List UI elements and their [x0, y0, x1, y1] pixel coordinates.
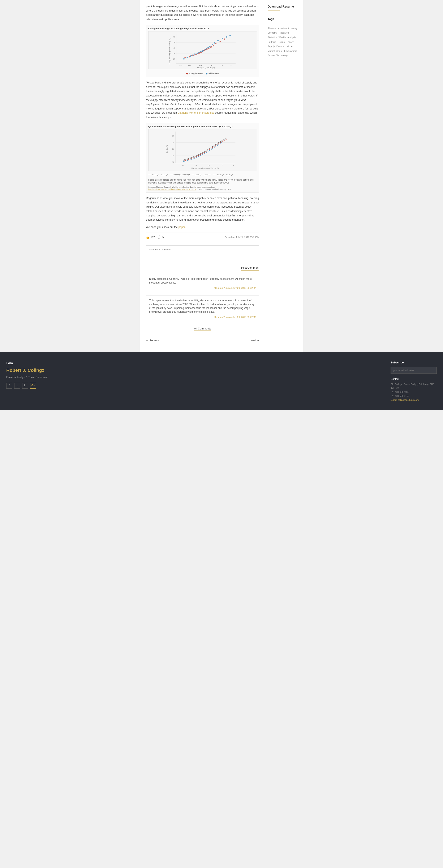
tag-item[interactable]: Employment — [284, 49, 297, 53]
svg-point-38 — [219, 41, 221, 42]
comment-icon: 💬 — [158, 235, 161, 240]
tag-item[interactable]: Advice — [268, 54, 274, 58]
svg-text:-10: -10 — [199, 65, 202, 67]
svg-text:3.0: 3.0 — [172, 135, 174, 137]
chart2-caption: Figure 6: The quit rate and the hiring r… — [146, 178, 259, 186]
chart1-legend: Young Workers All Workers — [146, 71, 259, 77]
legend-label-young: Young Workers — [189, 72, 203, 75]
svg-text:50: 50 — [174, 42, 175, 43]
twitter-icon[interactable]: t — [14, 383, 20, 389]
linkedin-icon[interactable]: in — [22, 383, 28, 389]
svg-point-54 — [212, 44, 213, 45]
tag-row: EconomyResearch — [268, 31, 299, 35]
comments-count: 56 — [163, 235, 165, 239]
tag-item[interactable]: Return — [278, 40, 285, 44]
chart2-legend: 1992-Q2 - 2000-Q4 2000-Q1 - 2006-Q4 2009… — [146, 173, 259, 178]
svg-point-51 — [206, 48, 207, 49]
comment-input-area: Post Comment — [146, 245, 259, 271]
svg-text:2.0: 2.0 — [172, 149, 174, 150]
arrow-left-icon: ← — [146, 339, 148, 342]
svg-text:40: 40 — [174, 47, 175, 49]
legend-dot-young — [186, 73, 188, 74]
download-resume-section: Download Resume — [268, 4, 299, 10]
tag-item[interactable]: Wealth — [278, 36, 286, 39]
svg-point-42 — [190, 55, 191, 57]
tag-item[interactable]: Money — [291, 27, 297, 30]
tag-row: SupplyDemandModel — [268, 45, 299, 49]
footer: I am Robert J. Colingz Financial Analyst… — [0, 352, 443, 410]
contact-email[interactable]: robert_colingz@c-blog.com — [390, 399, 419, 401]
svg-text:2.5: 2.5 — [172, 142, 174, 144]
chart2-title: Quit Rate versus Nonemployment-Employmen… — [146, 123, 259, 129]
tag-item[interactable]: Demand — [276, 45, 285, 49]
tag-item[interactable]: Share — [276, 49, 283, 53]
tag-item[interactable]: Economy — [268, 31, 277, 35]
post-stats: 👍 112 💬 56 — [146, 235, 165, 240]
article-intro: predicts wages and earnings would increa… — [146, 4, 259, 22]
svg-point-36 — [213, 45, 214, 46]
tag-row: PortfolioReturnTheory — [268, 40, 299, 44]
comment-actions: Post Comment — [146, 265, 259, 271]
facebook-icon[interactable]: f — [6, 383, 12, 389]
svg-point-50 — [205, 49, 206, 50]
svg-text:30: 30 — [222, 65, 223, 67]
comment-text-1: Nicely discussed. Certainly I will look … — [149, 277, 256, 285]
footer-intro: I am — [6, 361, 382, 366]
tag-item[interactable]: Model — [287, 45, 293, 49]
footer-subtitle: Financial Analyst & Travel Enthusiast — [6, 375, 382, 379]
svg-point-35 — [211, 46, 212, 48]
tag-item[interactable]: Statistics — [268, 36, 277, 39]
tag-item[interactable]: Analysis — [287, 36, 296, 39]
svg-point-41 — [187, 57, 188, 58]
svg-text:20: 20 — [174, 58, 175, 60]
next-link[interactable]: Next → — [250, 339, 259, 342]
tag-item[interactable]: Supply — [268, 45, 275, 49]
tag-row: MarketShareEmployment — [268, 49, 299, 53]
svg-text:Quit Rate (%): Quit Rate (%) — [166, 145, 168, 153]
tag-row: AdviceTechnology — [268, 54, 299, 58]
svg-text:12: 12 — [208, 165, 210, 166]
comment-author-1: McLaren Yung on July 29, 2016 09:22PM — [149, 286, 256, 290]
tag-row: FinanceInvestmentMoney — [268, 27, 299, 30]
tag-item[interactable]: Theory — [286, 40, 293, 44]
google-plus-icon[interactable]: G+ — [30, 383, 36, 389]
likes-count: 112 — [151, 235, 155, 239]
paper-link[interactable]: paper. — [178, 226, 186, 228]
svg-point-59 — [230, 35, 231, 36]
all-comments-link[interactable]: All Comments — [194, 327, 211, 331]
tags-container: FinanceInvestmentMoneyEconomyResearchSta… — [268, 27, 299, 58]
chart2-source-link[interactable]: http://lehd.ces.census.gov/data/qwi/e492… — [148, 188, 196, 190]
svg-text:-30: -30 — [188, 65, 191, 67]
svg-point-52 — [207, 47, 209, 48]
tag-item[interactable]: Portfolio — [268, 40, 276, 44]
subscribe-input[interactable] — [390, 367, 437, 374]
svg-point-44 — [194, 54, 196, 55]
post-comment-button[interactable]: Post Comment — [241, 265, 259, 271]
svg-point-19 — [184, 57, 186, 59]
chart1-placeholder: 60 50 40 30 20 -50 -30 -10 10 30 50 Chan… — [148, 31, 257, 69]
sidebar: Download Resume Tags FinanceInvestmentMo… — [266, 0, 303, 352]
svg-text:60: 60 — [174, 36, 175, 38]
tags-section: Tags FinanceInvestmentMoneyEconomyResear… — [268, 17, 299, 58]
comment-textarea[interactable] — [146, 245, 259, 262]
tag-item[interactable]: Finance — [268, 27, 276, 30]
svg-point-53 — [209, 46, 210, 47]
tag-item[interactable]: Technology — [276, 54, 288, 58]
svg-text:-50: -50 — [180, 65, 182, 67]
svg-text:13: 13 — [222, 165, 223, 166]
tag-item[interactable]: Market — [268, 49, 275, 53]
tag-item[interactable]: Investment — [277, 27, 289, 30]
tag-item[interactable]: Research — [279, 31, 289, 35]
svg-point-47 — [200, 51, 201, 52]
prev-link[interactable]: ← Previous — [146, 339, 159, 342]
legend-label-all: All Workers — [208, 72, 219, 75]
footer-name: Robert J. Colingz — [6, 367, 382, 374]
svg-point-40 — [183, 58, 185, 60]
svg-text:14: 14 — [232, 165, 234, 166]
comment-author-2: McLaren Yung on July 29, 2016 09:22PM — [149, 315, 256, 319]
svg-text:30: 30 — [174, 53, 175, 55]
tag-row: StatisticsWealthAnalysis — [268, 36, 299, 39]
comment-text-2: This paper argues that the decline in mo… — [149, 299, 256, 314]
dmp-link[interactable]: Diamond-Mortensen-Pissarides — [178, 111, 214, 114]
thumbs-up-icon: 👍 — [146, 235, 150, 240]
